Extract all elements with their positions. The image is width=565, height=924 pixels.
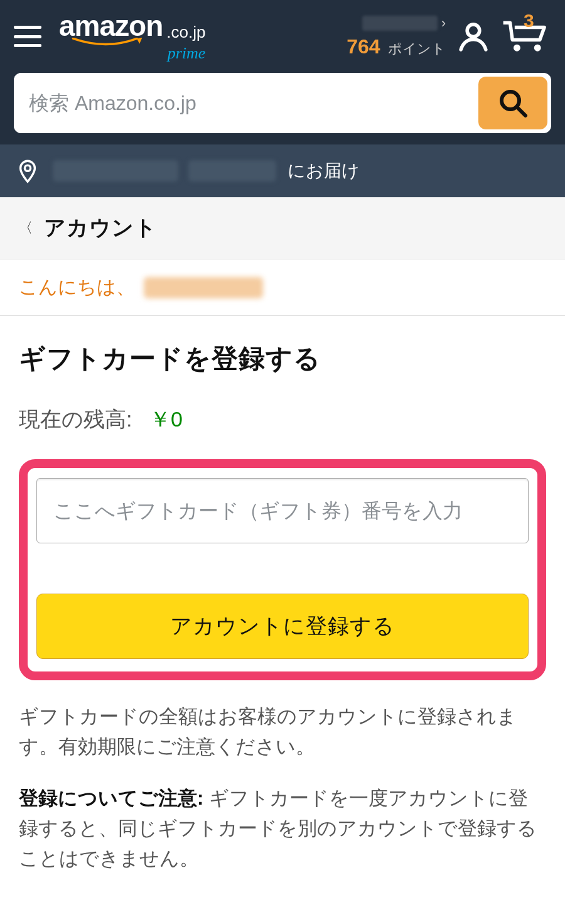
greeting-prefix: こんにちは、 bbox=[19, 274, 135, 300]
svg-line-4 bbox=[517, 107, 525, 116]
cart-button[interactable]: 3 bbox=[501, 19, 551, 54]
delivery-address-bar[interactable]: にお届け bbox=[0, 144, 565, 197]
gift-card-code-input[interactable] bbox=[36, 478, 529, 543]
breadcrumb-label: アカウント bbox=[44, 214, 157, 242]
page-title: ギフトカードを登録する bbox=[19, 341, 546, 376]
points-value: 764 bbox=[347, 35, 380, 58]
cart-count: 3 bbox=[524, 10, 534, 31]
svg-point-5 bbox=[24, 165, 30, 171]
main-content: ギフトカードを登録する 現在の残高: ￥0 アカウントに登録する ギフトカードの… bbox=[0, 316, 565, 911]
annotation-highlight: アカウントに登録する bbox=[19, 459, 546, 680]
user-name-redacted bbox=[362, 16, 438, 31]
note-caution: 登録についてご注意: ギフトカードを一度アカウントに登録すると、同じギフトカード… bbox=[19, 783, 546, 874]
svg-point-0 bbox=[467, 24, 480, 37]
svg-point-2 bbox=[534, 45, 541, 52]
balance-row: 現在の残高: ￥0 bbox=[19, 405, 546, 434]
menu-button[interactable] bbox=[14, 26, 41, 47]
svg-point-1 bbox=[514, 45, 520, 52]
account-icon[interactable] bbox=[456, 19, 491, 54]
search-input[interactable] bbox=[14, 73, 475, 133]
balance-value: ￥0 bbox=[149, 407, 183, 431]
nav-top-row: amazon .co.jp prime › 764 ポイント bbox=[14, 11, 551, 62]
address-redacted-1 bbox=[53, 160, 178, 182]
logo-subbrand: prime bbox=[168, 45, 206, 62]
register-gift-card-button[interactable]: アカウントに登録する bbox=[36, 594, 529, 659]
breadcrumb-back[interactable]: 〈 アカウント bbox=[0, 197, 565, 259]
logo[interactable]: amazon .co.jp prime bbox=[59, 11, 205, 62]
search-button[interactable] bbox=[478, 77, 547, 129]
chevron-right-icon: › bbox=[441, 15, 446, 31]
balance-label: 現在の残高: bbox=[19, 407, 132, 431]
greeting-name-redacted bbox=[144, 277, 263, 298]
points-row: 764 ポイント bbox=[347, 35, 446, 58]
points-label: ポイント bbox=[388, 41, 446, 57]
logo-domain: .co.jp bbox=[166, 24, 205, 40]
nav-header: amazon .co.jp prime › 764 ポイント bbox=[0, 0, 565, 144]
logo-text: amazon bbox=[59, 11, 163, 40]
chevron-left-icon: 〈 bbox=[19, 219, 33, 237]
note-expiry: ギフトカードの全額はお客様のアカウントに登録されます。有効期限にご注意ください。 bbox=[19, 702, 546, 762]
search-icon bbox=[498, 88, 528, 118]
account-link[interactable]: › 764 ポイント bbox=[347, 15, 446, 58]
search-bar bbox=[14, 73, 551, 133]
location-pin-icon bbox=[16, 158, 39, 183]
amazon-smile-icon bbox=[59, 38, 153, 46]
address-redacted-2 bbox=[188, 160, 276, 182]
note-caution-heading: 登録についてご注意: bbox=[19, 787, 203, 809]
address-suffix: にお届け bbox=[288, 159, 360, 183]
greeting-bar: こんにちは、 bbox=[0, 259, 565, 316]
